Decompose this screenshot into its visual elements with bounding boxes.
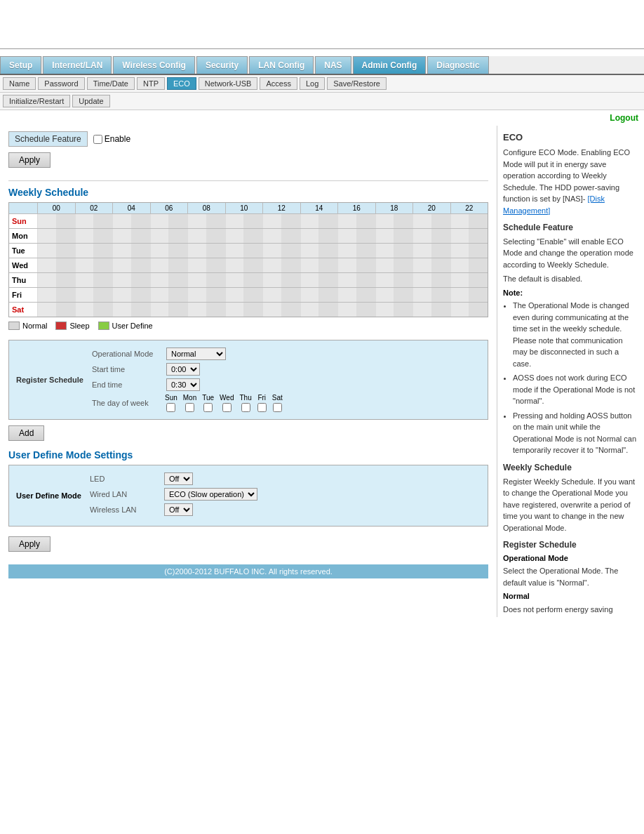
- time-cell[interactable]: [131, 273, 150, 287]
- time-cell[interactable]: [281, 229, 300, 243]
- time-cell[interactable]: [150, 244, 169, 258]
- subtab-network-usb[interactable]: Network-USB: [199, 77, 258, 90]
- day-cells-fri[interactable]: [37, 288, 488, 302]
- day-checkbox-sat[interactable]: [273, 403, 282, 412]
- time-cell[interactable]: [93, 244, 112, 258]
- time-cell[interactable]: [394, 288, 412, 302]
- time-cell[interactable]: [56, 258, 75, 272]
- time-cell[interactable]: [75, 303, 94, 317]
- time-cell[interactable]: [168, 214, 187, 228]
- time-cell[interactable]: [356, 273, 375, 287]
- time-cell[interactable]: [375, 258, 394, 272]
- time-cell[interactable]: [150, 273, 169, 287]
- time-cell[interactable]: [412, 273, 431, 287]
- time-cell[interactable]: [168, 244, 187, 258]
- time-cell[interactable]: [93, 303, 112, 317]
- time-cell[interactable]: [262, 244, 281, 258]
- day-cells-sat[interactable]: [37, 303, 488, 317]
- time-cell[interactable]: [243, 214, 262, 228]
- time-cell[interactable]: [300, 273, 319, 287]
- time-cell[interactable]: [450, 258, 469, 272]
- time-cell[interactable]: [112, 229, 131, 243]
- day-checkbox-item-fri[interactable]: Fri: [257, 394, 267, 412]
- wired-lan-select[interactable]: Off ECO (Slow operation) Normal: [164, 488, 257, 501]
- time-cell[interactable]: [281, 244, 300, 258]
- time-cell[interactable]: [318, 303, 337, 317]
- wireless-lan-select[interactable]: Off On: [164, 503, 193, 516]
- day-cells-sun[interactable]: [37, 214, 488, 228]
- wired-lan-control[interactable]: Off ECO (Slow operation) Normal: [164, 488, 257, 501]
- time-cell[interactable]: [206, 273, 225, 287]
- time-cell[interactable]: [150, 214, 169, 228]
- time-cell[interactable]: [318, 244, 337, 258]
- tab-admin-config[interactable]: Admin Config: [353, 56, 427, 74]
- time-cell[interactable]: [75, 288, 94, 302]
- time-cell[interactable]: [37, 229, 56, 243]
- day-checkbox-tue[interactable]: [203, 403, 213, 412]
- time-cell[interactable]: [318, 229, 337, 243]
- time-cell[interactable]: [131, 214, 150, 228]
- time-cell[interactable]: [206, 244, 225, 258]
- add-button[interactable]: Add: [8, 425, 44, 441]
- time-cell[interactable]: [262, 229, 281, 243]
- time-cell[interactable]: [93, 273, 112, 287]
- time-cell[interactable]: [56, 303, 75, 317]
- time-cell[interactable]: [150, 229, 169, 243]
- time-cell[interactable]: [243, 273, 262, 287]
- time-cell[interactable]: [431, 288, 450, 302]
- time-cell[interactable]: [318, 258, 337, 272]
- day-checkbox-item-wed[interactable]: Wed: [220, 394, 234, 412]
- time-cell[interactable]: [412, 214, 431, 228]
- day-checkbox-mon[interactable]: [185, 403, 194, 412]
- time-cell[interactable]: [450, 229, 469, 243]
- time-cell[interactable]: [356, 288, 375, 302]
- time-cell[interactable]: [75, 214, 94, 228]
- time-cell[interactable]: [168, 303, 187, 317]
- time-cell[interactable]: [112, 273, 131, 287]
- time-cell[interactable]: [37, 303, 56, 317]
- time-cell[interactable]: [56, 288, 75, 302]
- time-cell[interactable]: [431, 229, 450, 243]
- time-cell[interactable]: [262, 273, 281, 287]
- time-cell[interactable]: [206, 229, 225, 243]
- time-cell[interactable]: [300, 303, 319, 317]
- time-cell[interactable]: [112, 288, 131, 302]
- time-cell[interactable]: [469, 273, 488, 287]
- time-cell[interactable]: [469, 303, 488, 317]
- time-cell[interactable]: [431, 258, 450, 272]
- time-cell[interactable]: [262, 214, 281, 228]
- subtab-log[interactable]: Log: [300, 77, 325, 90]
- day-cells-mon[interactable]: [37, 229, 488, 243]
- time-cell[interactable]: [37, 214, 56, 228]
- time-cell[interactable]: [394, 303, 412, 317]
- day-checkbox-wed[interactable]: [222, 403, 232, 412]
- time-cell[interactable]: [356, 229, 375, 243]
- end-time-control[interactable]: 0:30 1:00 1:30: [166, 378, 200, 391]
- time-cell[interactable]: [243, 258, 262, 272]
- time-cell[interactable]: [412, 244, 431, 258]
- time-cell[interactable]: [225, 229, 244, 243]
- time-cell[interactable]: [375, 229, 394, 243]
- time-cell[interactable]: [375, 273, 394, 287]
- time-cell[interactable]: [150, 258, 169, 272]
- time-cell[interactable]: [431, 244, 450, 258]
- time-cell[interactable]: [337, 258, 356, 272]
- time-cell[interactable]: [225, 288, 244, 302]
- time-cell[interactable]: [469, 229, 488, 243]
- time-cell[interactable]: [394, 229, 412, 243]
- time-cell[interactable]: [187, 258, 206, 272]
- time-cell[interactable]: [431, 303, 450, 317]
- time-cell[interactable]: [225, 214, 244, 228]
- time-cell[interactable]: [56, 273, 75, 287]
- time-cell[interactable]: [225, 258, 244, 272]
- time-cell[interactable]: [168, 273, 187, 287]
- day-checkbox-item-sun[interactable]: Sun: [165, 394, 177, 412]
- time-cell[interactable]: [281, 258, 300, 272]
- day-checkbox-fri[interactable]: [257, 403, 267, 412]
- time-cell[interactable]: [187, 229, 206, 243]
- time-cell[interactable]: [469, 288, 488, 302]
- time-cell[interactable]: [225, 273, 244, 287]
- time-cell[interactable]: [131, 258, 150, 272]
- time-cell[interactable]: [262, 258, 281, 272]
- time-cell[interactable]: [300, 288, 319, 302]
